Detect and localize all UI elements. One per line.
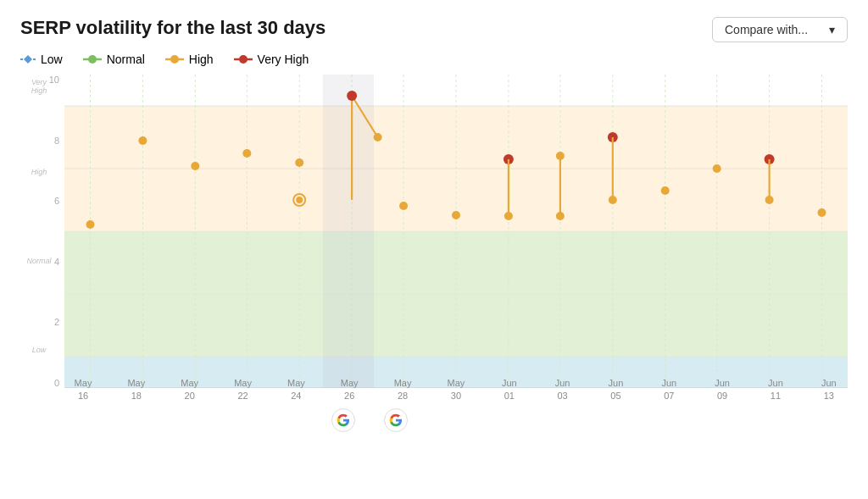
- high-icon: [165, 53, 184, 65]
- dot-may18: [138, 136, 147, 145]
- chart-legend: Low Normal High Very High: [20, 53, 848, 66]
- legend-normal-label: Normal: [107, 53, 145, 66]
- dot-may24: [295, 158, 303, 167]
- y-tick-0: 0: [20, 378, 64, 388]
- x-tick-jun03: Jun03: [544, 377, 581, 402]
- dot-jun07: [661, 186, 670, 195]
- x-tick-may22: May22: [225, 377, 262, 402]
- legend-item-high: High: [165, 53, 214, 66]
- y-tick-2: 2: [20, 317, 64, 327]
- dot-may28: [399, 202, 408, 210]
- normal-icon: [83, 53, 102, 65]
- legend-item-normal: Normal: [83, 53, 145, 66]
- svg-point-5: [170, 55, 179, 64]
- svg-marker-1: [24, 55, 32, 64]
- x-tick-may24: May24: [277, 377, 314, 402]
- legend-high-label: High: [189, 53, 214, 66]
- dot-may26-down: [374, 133, 382, 141]
- y-tick-6: 6: [20, 196, 64, 206]
- svg-point-3: [88, 55, 97, 64]
- dot-jun13: [818, 208, 826, 217]
- x-tick-may18: May18: [118, 377, 155, 402]
- x-tick-jun09: Jun09: [704, 377, 741, 402]
- chevron-down-icon: ▾: [829, 23, 835, 36]
- x-tick-jun05: Jun05: [597, 377, 634, 402]
- x-axis: May16 May18 May20 May22 May24 May26 May2…: [64, 377, 848, 402]
- x-tick-may26: May26: [331, 377, 368, 402]
- y-axis-labels: 0 2 4 6 8 10: [20, 75, 64, 388]
- x-tick-jun13: Jun13: [810, 377, 848, 402]
- x-tick-may16: May16: [64, 377, 102, 402]
- legend-low-label: Low: [41, 53, 63, 66]
- x-tick-jun07: Jun07: [650, 377, 687, 402]
- y-tick-8: 8: [20, 136, 64, 146]
- page-title: SERP volatility for the last 30 days: [20, 17, 326, 39]
- legend-very-high-label: Very High: [258, 53, 309, 66]
- highlight-column: [323, 75, 374, 388]
- y-tick-10: 10: [20, 75, 64, 85]
- dot-may30: [452, 211, 460, 219]
- low-icon: [20, 53, 36, 65]
- x-tick-may30: May30: [437, 377, 475, 402]
- dot-may20: [191, 162, 199, 170]
- very-high-icon: [234, 53, 253, 65]
- legend-item-very-high: Very High: [234, 53, 309, 66]
- dot-may22: [242, 149, 251, 158]
- x-tick-may28: May28: [384, 377, 421, 402]
- svg-point-7: [239, 55, 248, 64]
- dot-may16: [86, 220, 94, 229]
- x-tick-may20: May20: [171, 377, 209, 402]
- google-icon-may24[interactable]: [331, 408, 355, 432]
- compare-dropdown[interactable]: Compare with... ▾: [712, 17, 848, 42]
- chart-area: VeryHigh High Normal Low 0 2 4 6 8 10: [20, 75, 848, 439]
- google-icons-row: [64, 402, 848, 439]
- dot-may24-inner: [296, 197, 303, 203]
- y-tick-4: 4: [20, 257, 64, 267]
- x-tick-jun11: Jun11: [757, 377, 794, 402]
- dot-jun09: [713, 164, 721, 173]
- chart-svg: [64, 75, 848, 388]
- compare-label: Compare with...: [725, 23, 808, 36]
- x-tick-jun01: Jun01: [491, 377, 528, 402]
- page-header: SERP volatility for the last 30 days Com…: [20, 17, 848, 42]
- google-icon-may26[interactable]: [384, 408, 408, 432]
- dot-may26-very-high: [347, 91, 357, 101]
- legend-item-low: Low: [20, 53, 63, 66]
